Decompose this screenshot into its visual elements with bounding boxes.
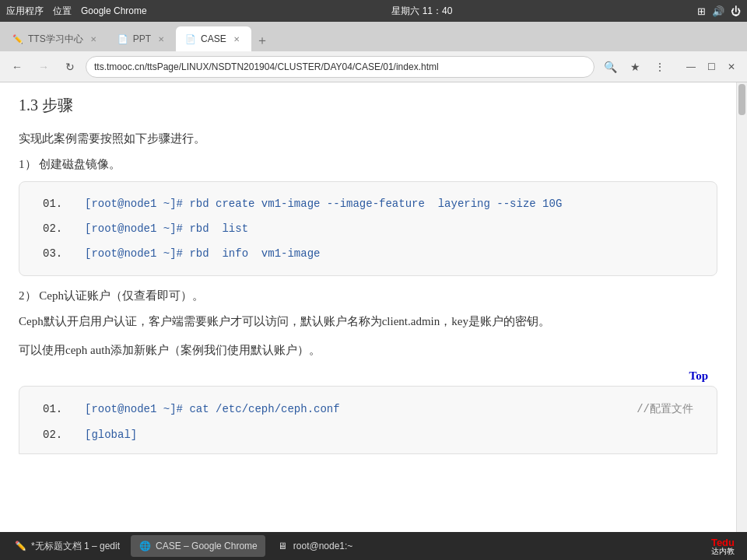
location-menu[interactable]: 位置 xyxy=(53,5,72,18)
code-line-5: 02. [global] xyxy=(43,429,693,441)
taskbar-terminal-label: root@node1:~ xyxy=(293,541,353,551)
terminal-icon: 🖥 xyxy=(276,540,289,552)
os-topbar: 应用程序 位置 Google Chrome 星期六 11：40 ⊞ 🔊 ⏻ xyxy=(0,0,747,22)
section-heading: 1.3 步骤 xyxy=(19,95,717,116)
chrome-icon: 🌐 xyxy=(139,540,151,552)
para-2: 可以使用ceph auth添加新账户（案例我们使用默认账户）。 xyxy=(19,340,717,361)
tab-case-close[interactable]: ✕ xyxy=(231,33,242,44)
taskbar-item-chrome[interactable]: 🌐 CASE – Google Chrome xyxy=(131,535,265,557)
bookmark-button[interactable]: ★ xyxy=(624,56,646,78)
tab-case[interactable]: 📄 CASE ✕ xyxy=(176,26,251,51)
power-icon: ⏻ xyxy=(731,5,741,17)
top-link-container: Top xyxy=(19,369,717,383)
code-text-3: [root@node1 ~]# rbd info vm1-image xyxy=(85,247,320,260)
taskbar: ✏️ *无标题文档 1 – gedit 🌐 CASE – Google Chro… xyxy=(0,532,747,560)
line-num-3: 03. xyxy=(43,247,66,260)
sound-icon: 🔊 xyxy=(712,5,724,17)
nav-actions: 🔍 ★ ⋮ xyxy=(599,56,671,78)
search-button[interactable]: 🔍 xyxy=(599,56,621,78)
minimize-button[interactable]: — xyxy=(682,58,700,76)
tab-ppt-close[interactable]: ✕ xyxy=(156,33,167,44)
brand-logo: Tedu 达内教 xyxy=(705,537,741,555)
code-block-1: 01. [root@node1 ~]# rbd create vm1-image… xyxy=(19,181,717,276)
page-content: 1.3 步骤 实现此案例需要按照如下步骤进行。 1） 创建磁盘镜像。 01. [… xyxy=(0,82,736,532)
code-block-2: 01. [root@node1 ~]# cat /etc/ceph/ceph.c… xyxy=(19,386,717,454)
brand-logo-top: Tedu xyxy=(711,537,735,548)
taskbar-gedit-label: *无标题文档 1 – gedit xyxy=(31,540,120,553)
tab-ppt-label: PPT xyxy=(133,33,151,44)
line-num-2: 02. xyxy=(43,222,66,235)
taskbar-item-gedit[interactable]: ✏️ *无标题文档 1 – gedit xyxy=(6,535,128,557)
tab-ppt-icon: 📄 xyxy=(117,34,128,44)
top-link[interactable]: Top xyxy=(689,369,708,382)
code-line-3: 03. [root@node1 ~]# rbd info vm1-image xyxy=(43,247,693,260)
network-icon: ⊞ xyxy=(697,5,706,17)
url-text: tts.tmooc.cn/ttsPage/LINUX/NSDTN201904/C… xyxy=(94,61,586,72)
scrollbar-track[interactable] xyxy=(736,82,747,532)
code-line-2: 02. [root@node1 ~]# rbd list xyxy=(43,222,693,235)
os-topbar-right: ⊞ 🔊 ⏻ xyxy=(697,5,741,17)
tab-bar: ✏️ TTS学习中心 ✕ 📄 PPT ✕ 📄 CASE ✕ ＋ xyxy=(0,22,747,51)
taskbar-chrome-label: CASE – Google Chrome xyxy=(156,541,258,551)
tab-case-icon: 📄 xyxy=(185,34,196,44)
os-topbar-left: 应用程序 位置 Google Chrome xyxy=(6,5,147,18)
new-tab-button[interactable]: ＋ xyxy=(251,30,273,51)
os-clock: 星期六 11：40 xyxy=(391,5,452,18)
browser-menu[interactable]: Google Chrome xyxy=(81,5,147,16)
forward-button[interactable]: → xyxy=(33,56,54,78)
tab-tts[interactable]: ✏️ TTS学习中心 ✕ xyxy=(3,26,108,51)
maximize-button[interactable]: ☐ xyxy=(702,58,721,76)
line-num-5: 02. xyxy=(43,429,66,441)
code-text-5: [global] xyxy=(85,429,137,441)
tab-case-label: CASE xyxy=(201,33,226,44)
tab-ppt[interactable]: 📄 PPT ✕ xyxy=(108,26,176,51)
content-area: 1.3 步骤 实现此案例需要按照如下步骤进行。 1） 创建磁盘镜像。 01. [… xyxy=(0,82,747,532)
code-line-1: 01. [root@node1 ~]# rbd create vm1-image… xyxy=(43,198,693,210)
taskbar-item-terminal[interactable]: 🖥 root@node1:~ xyxy=(268,535,361,557)
para-1: Ceph默认开启用户认证，客户端需要账户才可以访问，默认账户名称为client.… xyxy=(19,311,717,332)
tab-tts-label: TTS学习中心 xyxy=(28,33,83,46)
line-num-1: 01. xyxy=(43,198,66,210)
code-comment-4: //配置文件 xyxy=(637,402,693,416)
close-window-button[interactable]: ✕ xyxy=(722,58,741,76)
code-line-4: 01. [root@node1 ~]# cat /etc/ceph/ceph.c… xyxy=(43,402,693,416)
gedit-icon: ✏️ xyxy=(14,540,26,552)
navigation-bar: ← → ↻ tts.tmooc.cn/ttsPage/LINUX/NSDTN20… xyxy=(0,51,747,82)
step1-label: 1） 创建磁盘镜像。 xyxy=(19,157,717,172)
address-bar[interactable]: tts.tmooc.cn/ttsPage/LINUX/NSDTN201904/C… xyxy=(86,56,594,78)
tab-tts-icon: ✏️ xyxy=(12,34,23,44)
intro-paragraph: 实现此案例需要按照如下步骤进行。 xyxy=(19,128,717,149)
back-button[interactable]: ← xyxy=(6,56,28,78)
scrollbar-thumb[interactable] xyxy=(738,84,745,115)
brand-logo-bottom: 达内教 xyxy=(711,548,735,555)
tab-tts-close[interactable]: ✕ xyxy=(88,33,99,44)
code-text-2: [root@node1 ~]# rbd list xyxy=(85,222,248,235)
code-text-4: [root@node1 ~]# cat /etc/ceph/ceph.conf xyxy=(85,403,340,415)
more-button[interactable]: ⋮ xyxy=(649,56,671,78)
code-text-1: [root@node1 ~]# rbd create vm1-image --i… xyxy=(85,198,562,210)
reload-button[interactable]: ↻ xyxy=(59,56,81,78)
line-num-4: 01. xyxy=(43,403,66,415)
step2-label: 2） Ceph认证账户（仅查看即可）。 xyxy=(19,289,717,303)
apps-menu[interactable]: 应用程序 xyxy=(6,5,44,18)
